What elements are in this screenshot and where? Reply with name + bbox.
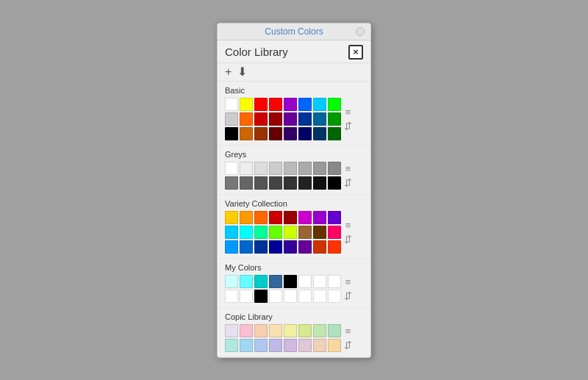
menu-icon[interactable]: ≡	[345, 164, 351, 173]
color-swatch[interactable]	[240, 112, 253, 126]
color-swatch[interactable]	[225, 290, 238, 303]
color-swatch[interactable]	[298, 240, 312, 254]
color-swatch[interactable]	[328, 98, 341, 111]
color-swatch[interactable]	[328, 211, 341, 224]
color-swatch[interactable]	[254, 112, 268, 126]
color-swatch[interactable]	[298, 176, 312, 190]
circle-button[interactable]	[356, 27, 365, 36]
color-swatch[interactable]	[240, 226, 253, 239]
color-swatch[interactable]	[328, 127, 341, 140]
color-swatch[interactable]	[240, 127, 253, 140]
color-swatch[interactable]	[328, 162, 341, 175]
color-swatch[interactable]	[269, 98, 282, 111]
color-swatch[interactable]	[298, 98, 312, 111]
color-swatch[interactable]	[298, 275, 312, 288]
color-swatch[interactable]	[269, 127, 282, 140]
color-swatch[interactable]	[240, 176, 253, 190]
color-swatch[interactable]	[254, 211, 268, 224]
color-swatch[interactable]	[240, 290, 253, 303]
color-swatch[interactable]	[225, 112, 238, 126]
menu-icon[interactable]: ≡	[345, 221, 351, 230]
color-swatch[interactable]	[269, 339, 282, 352]
color-swatch[interactable]	[284, 275, 297, 288]
color-swatch[interactable]	[313, 112, 326, 126]
color-swatch[interactable]	[254, 98, 268, 111]
color-swatch[interactable]	[298, 162, 312, 175]
color-swatch[interactable]	[284, 98, 297, 111]
color-swatch[interactable]	[225, 275, 238, 288]
download-button[interactable]: ⬇	[237, 66, 247, 78]
color-swatch[interactable]	[225, 339, 238, 352]
color-swatch[interactable]	[254, 176, 268, 190]
color-swatch[interactable]	[254, 339, 268, 352]
color-swatch[interactable]	[328, 226, 341, 239]
color-swatch[interactable]	[284, 290, 297, 303]
sort-icon[interactable]: ⇵	[344, 121, 352, 131]
color-swatch[interactable]	[225, 240, 238, 254]
color-swatch[interactable]	[254, 127, 268, 140]
color-swatch[interactable]	[298, 290, 312, 303]
add-button[interactable]: +	[225, 66, 232, 78]
color-swatch[interactable]	[240, 339, 253, 352]
color-swatch[interactable]	[225, 127, 238, 140]
color-swatch[interactable]	[225, 211, 238, 224]
color-swatch[interactable]	[269, 324, 282, 337]
color-swatch[interactable]	[313, 324, 326, 337]
color-swatch[interactable]	[254, 226, 268, 239]
color-swatch[interactable]	[284, 162, 297, 175]
sort-icon[interactable]: ⇵	[344, 234, 352, 244]
sort-icon[interactable]: ⇵	[344, 340, 352, 350]
color-swatch[interactable]	[269, 162, 282, 175]
color-swatch[interactable]	[328, 324, 341, 337]
color-swatch[interactable]	[298, 112, 312, 126]
color-swatch[interactable]	[269, 290, 282, 303]
color-swatch[interactable]	[240, 240, 253, 254]
color-swatch[interactable]	[328, 290, 341, 303]
color-swatch[interactable]	[298, 211, 312, 224]
color-swatch[interactable]	[313, 98, 326, 111]
color-swatch[interactable]	[269, 211, 282, 224]
color-swatch[interactable]	[313, 240, 326, 254]
color-swatch[interactable]	[284, 127, 297, 140]
color-swatch[interactable]	[269, 226, 282, 239]
color-swatch[interactable]	[328, 275, 341, 288]
color-swatch[interactable]	[284, 226, 297, 239]
color-swatch[interactable]	[225, 226, 238, 239]
color-swatch[interactable]	[328, 176, 341, 190]
color-swatch[interactable]	[313, 290, 326, 303]
color-swatch[interactable]	[298, 324, 312, 337]
color-swatch[interactable]	[284, 339, 297, 352]
color-swatch[interactable]	[313, 211, 326, 224]
color-swatch[interactable]	[240, 211, 253, 224]
menu-icon[interactable]: ≡	[345, 107, 351, 117]
sort-icon[interactable]: ⇵	[344, 291, 352, 301]
color-swatch[interactable]	[313, 226, 326, 239]
color-swatch[interactable]	[313, 127, 326, 140]
color-swatch[interactable]	[254, 324, 268, 337]
color-swatch[interactable]	[225, 162, 238, 175]
color-swatch[interactable]	[254, 240, 268, 254]
color-swatch[interactable]	[284, 112, 297, 126]
color-swatch[interactable]	[240, 275, 253, 288]
color-swatch[interactable]	[225, 324, 238, 337]
color-swatch[interactable]	[240, 98, 253, 111]
menu-icon[interactable]: ≡	[345, 277, 351, 287]
color-swatch[interactable]	[298, 339, 312, 352]
color-swatch[interactable]	[225, 98, 238, 111]
color-swatch[interactable]	[313, 339, 326, 352]
sort-icon[interactable]: ⇵	[344, 178, 352, 187]
color-swatch[interactable]	[269, 112, 282, 126]
color-swatch[interactable]	[225, 176, 238, 190]
color-swatch[interactable]	[254, 290, 268, 303]
color-swatch[interactable]	[313, 275, 326, 288]
color-swatch[interactable]	[284, 324, 297, 337]
color-swatch[interactable]	[313, 176, 326, 190]
color-swatch[interactable]	[328, 240, 341, 254]
color-swatch[interactable]	[254, 162, 268, 175]
color-swatch[interactable]	[313, 162, 326, 175]
color-swatch[interactable]	[328, 339, 341, 352]
color-swatch[interactable]	[328, 112, 341, 126]
menu-icon[interactable]: ≡	[345, 326, 351, 336]
color-swatch[interactable]	[269, 176, 282, 190]
color-swatch[interactable]	[284, 176, 297, 190]
